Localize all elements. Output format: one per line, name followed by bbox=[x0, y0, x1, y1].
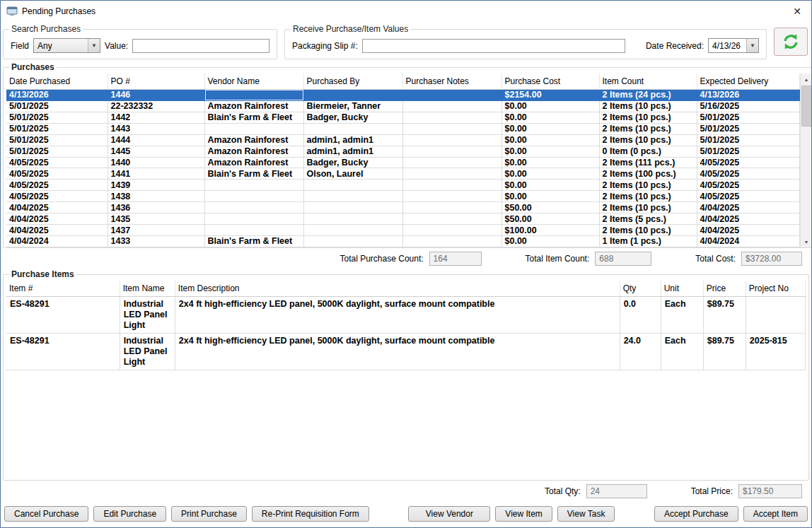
table-cell[interactable]: $0.00 bbox=[501, 168, 599, 180]
table-cell[interactable]: 2025-815 bbox=[746, 334, 805, 370]
table-cell[interactable]: 0.0 bbox=[620, 297, 661, 334]
table-cell[interactable]: $0.00 bbox=[501, 180, 599, 191]
table-cell[interactable]: $0.00 bbox=[501, 191, 599, 202]
table-cell[interactable]: 5/01/2025 bbox=[6, 134, 108, 146]
table-row[interactable]: 5/01/20251445Amazon Rainforestadmin1, ad… bbox=[6, 146, 799, 157]
table-cell[interactable]: 1439 bbox=[108, 180, 204, 191]
table-row[interactable]: 5/01/20251442Blain's Farm & FleetBadger,… bbox=[6, 112, 799, 123]
table-row[interactable]: 4/04/20251436$50.002 Items (10 pcs.)4/04… bbox=[6, 202, 799, 213]
field-combobox[interactable]: Any ▼ bbox=[33, 38, 100, 53]
table-cell[interactable]: admin1, admin1 bbox=[303, 146, 402, 157]
table-cell[interactable]: 4/05/2025 bbox=[6, 180, 108, 191]
table-cell[interactable]: $50.00 bbox=[501, 202, 599, 213]
table-cell[interactable]: 1436 bbox=[108, 202, 204, 213]
table-cell[interactable]: 1 Item (1 pcs.) bbox=[599, 235, 697, 247]
table-cell[interactable]: 2 Items (24 pcs.) bbox=[599, 90, 697, 101]
table-cell[interactable] bbox=[204, 180, 303, 191]
table-cell[interactable] bbox=[204, 213, 303, 225]
column-header[interactable]: PO # bbox=[108, 74, 204, 90]
table-cell[interactable]: admin1, admin1 bbox=[303, 134, 402, 146]
table-cell[interactable]: Each bbox=[661, 297, 703, 334]
table-cell[interactable] bbox=[402, 191, 501, 202]
table-cell[interactable]: $0.00 bbox=[501, 123, 599, 134]
table-cell[interactable] bbox=[303, 213, 402, 225]
table-cell[interactable]: 2x4 ft high-efficiency LED panel, 5000K … bbox=[175, 334, 620, 370]
table-cell[interactable] bbox=[402, 112, 501, 123]
table-cell[interactable]: 5/01/2025 bbox=[6, 100, 108, 112]
table-row[interactable]: 4/13/20261446$2154.002 Items (24 pcs.)4/… bbox=[6, 90, 799, 101]
table-cell[interactable]: 2 Items (111 pcs.) bbox=[599, 157, 697, 168]
table-cell[interactable]: 4/05/2025 bbox=[6, 191, 108, 202]
table-cell[interactable]: 4/04/2025 bbox=[697, 225, 799, 236]
table-cell[interactable]: 4/05/2025 bbox=[697, 191, 799, 202]
table-cell[interactable]: 1443 bbox=[108, 123, 204, 134]
table-cell[interactable]: Industrial LED Panel Light bbox=[120, 334, 175, 370]
table-cell[interactable] bbox=[402, 100, 501, 112]
table-cell[interactable]: 5/01/2025 bbox=[697, 134, 799, 146]
table-cell[interactable]: 5/01/2025 bbox=[6, 112, 108, 123]
table-cell[interactable] bbox=[402, 180, 501, 191]
table-row[interactable]: 5/01/20251444Amazon Rainforestadmin1, ad… bbox=[6, 134, 799, 146]
table-cell[interactable]: Blain's Farm & Fleet bbox=[204, 235, 303, 247]
table-cell[interactable]: 1438 bbox=[108, 191, 204, 202]
view-task-button[interactable]: View Task bbox=[557, 506, 615, 522]
table-cell[interactable] bbox=[303, 180, 402, 191]
table-cell[interactable]: 1444 bbox=[108, 134, 204, 146]
table-cell[interactable] bbox=[204, 123, 303, 134]
reprint-requisition-button[interactable]: Re-Print Requisition Form bbox=[252, 506, 369, 522]
table-cell[interactable]: 4/13/2026 bbox=[697, 90, 799, 101]
table-cell[interactable]: 4/05/2025 bbox=[697, 157, 799, 168]
table-cell[interactable]: 1442 bbox=[108, 112, 204, 123]
table-cell[interactable] bbox=[303, 225, 402, 236]
table-cell[interactable]: 2 Items (10 pcs.) bbox=[599, 180, 697, 191]
table-cell[interactable]: 2 Items (10 pcs.) bbox=[599, 191, 697, 202]
table-cell[interactable] bbox=[402, 202, 501, 213]
packaging-slip-input[interactable] bbox=[362, 39, 625, 53]
table-cell[interactable]: 4/04/2025 bbox=[6, 225, 108, 236]
column-header[interactable]: Qty bbox=[620, 281, 661, 297]
table-row[interactable]: 4/04/20251435$50.002 Items (5 pcs.)4/04/… bbox=[6, 213, 799, 225]
table-cell[interactable] bbox=[402, 235, 501, 247]
table-cell[interactable]: 5/01/2025 bbox=[6, 123, 108, 134]
table-cell[interactable] bbox=[303, 123, 402, 134]
table-cell[interactable] bbox=[204, 191, 303, 202]
table-cell[interactable]: 2 Items (10 pcs.) bbox=[599, 134, 697, 146]
accept-purchase-button[interactable]: Accept Purchase bbox=[654, 506, 738, 522]
table-row[interactable]: 4/05/20251440Amazon RainforestBadger, Bu… bbox=[6, 157, 799, 168]
column-header[interactable]: Purchaser Notes bbox=[402, 74, 501, 90]
table-cell[interactable]: 1441 bbox=[108, 168, 204, 180]
chevron-down-icon[interactable]: ▼ bbox=[88, 39, 100, 52]
table-cell[interactable]: Badger, Bucky bbox=[303, 112, 402, 123]
table-cell[interactable]: Blain's Farm & Fleet bbox=[204, 112, 303, 123]
column-header[interactable]: Project No bbox=[746, 281, 805, 297]
table-cell[interactable]: $50.00 bbox=[501, 213, 599, 225]
scrollbar-track[interactable] bbox=[801, 127, 812, 236]
table-cell[interactable]: ES-48291 bbox=[6, 297, 120, 334]
table-cell[interactable]: Blain's Farm & Fleet bbox=[204, 168, 303, 180]
table-cell[interactable]: Amazon Rainforest bbox=[204, 157, 303, 168]
table-cell[interactable] bbox=[402, 146, 501, 157]
table-cell[interactable]: $0.00 bbox=[501, 157, 599, 168]
table-cell[interactable] bbox=[204, 225, 303, 236]
table-cell[interactable]: 5/01/2025 bbox=[6, 146, 108, 157]
table-cell[interactable] bbox=[303, 90, 402, 101]
column-header[interactable]: Price bbox=[703, 281, 746, 297]
print-purchase-button[interactable]: Print Purchase bbox=[171, 506, 247, 522]
table-cell[interactable]: 2 Items (100 pcs.) bbox=[599, 168, 697, 180]
table-cell[interactable]: 4/05/2025 bbox=[6, 157, 108, 168]
table-cell[interactable]: Amazon Rainforest bbox=[204, 146, 303, 157]
table-cell[interactable]: 5/01/2025 bbox=[697, 146, 799, 157]
table-cell[interactable] bbox=[303, 202, 402, 213]
table-cell[interactable]: 1445 bbox=[108, 146, 204, 157]
table-cell[interactable] bbox=[303, 191, 402, 202]
table-cell[interactable] bbox=[402, 90, 501, 101]
table-cell[interactable]: 5/16/2025 bbox=[697, 100, 799, 112]
view-item-button[interactable]: View Item bbox=[495, 506, 552, 522]
table-cell[interactable] bbox=[402, 225, 501, 236]
table-cell[interactable]: 4/04/2025 bbox=[6, 202, 108, 213]
edit-purchase-button[interactable]: Edit Purchase bbox=[93, 506, 166, 522]
view-vendor-button[interactable]: View Vendor bbox=[408, 506, 490, 522]
scrollbar-thumb[interactable] bbox=[801, 86, 812, 127]
column-header[interactable]: Item # bbox=[6, 281, 120, 297]
table-cell[interactable]: $0.00 bbox=[501, 112, 599, 123]
